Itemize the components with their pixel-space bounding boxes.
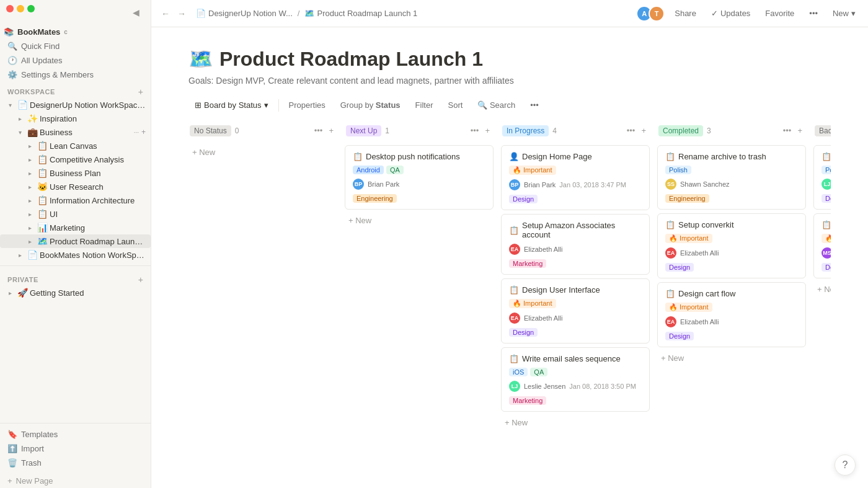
card-c5[interactable]: 📋 Write email sales sequenceiOSQALJLesli… [501, 347, 650, 412]
add-new-button-next-up[interactable]: + New [345, 213, 494, 228]
new-page-label: New Page [16, 476, 53, 486]
new-button[interactable]: New ▾ [828, 6, 861, 20]
column-status-badge-next-up: Next Up [346, 125, 381, 136]
card-title-c2: 👤 Design Home Page [509, 152, 642, 161]
sidebar-item-templates[interactable]: 🔖 Templates [0, 427, 151, 441]
column-add-button-next-up[interactable]: + [482, 125, 492, 136]
board-column-in-progress: In Progress4•••+👤 Design Home Page🔥 Impo… [501, 122, 650, 430]
business-actions: ··· [134, 129, 139, 136]
breadcrumb-item-product-roadmap[interactable]: 🗺️ Product Roadmap Launch 1 [302, 7, 420, 19]
column-status-badge-completed: Completed [658, 125, 703, 136]
sidebar-item-product-roadmap[interactable]: ▸ 🗺️ Product Roadmap Launch 1 [0, 234, 151, 248]
competitive-analysis-label: Competitive Analysis [50, 155, 146, 164]
more-toolbar-button[interactable]: ••• [525, 98, 544, 112]
sidebar-item-inspiration[interactable]: ▸ ✨ Inspiration [0, 112, 151, 125]
share-button[interactable]: Share [670, 6, 701, 20]
card-tag-c6: Polish [665, 166, 691, 174]
sidebar-item-user-research[interactable]: ▸ 🐱 User Research [0, 180, 151, 193]
board-view-chevron-icon: ▾ [264, 100, 268, 110]
workspace-name[interactable]: 📚 BookMates c [0, 25, 151, 39]
card-bottom-tag-c10: Design [822, 263, 831, 272]
card-c3[interactable]: 📋 Setup Amazon Associates accountEAEliza… [501, 214, 650, 275]
topbar-nav: ← → [159, 6, 188, 21]
sort-button[interactable]: Sort [443, 98, 467, 112]
favorite-button[interactable]: Favorite [760, 6, 799, 20]
updates-button[interactable]: ✓ Updates [706, 6, 755, 20]
trash-label: Trash [21, 458, 42, 468]
collapse-sidebar-button[interactable]: ◀ [130, 5, 142, 20]
more-button[interactable]: ••• [804, 6, 823, 20]
card-title-c4: 📋 Design User Interface [509, 285, 642, 295]
sidebar-item-business[interactable]: ▾ 💼 Business ··· + [0, 125, 151, 139]
card-icon-c2: 👤 [509, 152, 519, 161]
sidebar-item-business-plan[interactable]: ▸ 📋 Business Plan [0, 166, 151, 180]
board-view-button[interactable]: ⊞ Board by Status ▾ [190, 98, 273, 112]
card-c6[interactable]: 📋 Rename archive to trashPolishSSShawn S… [657, 145, 806, 210]
card-tag-c10: 🔥 Important [822, 234, 831, 243]
sidebar-item-settings[interactable]: ⚙️ Settings & Members [0, 68, 151, 82]
business-plan-icon: 📋 [37, 168, 47, 178]
sidebar-item-import[interactable]: ⬆️ Import [0, 441, 151, 456]
templates-icon: 🔖 [7, 430, 17, 439]
sidebar-item-lean-canvas[interactable]: ▸ 📋 Lean Canvas [0, 139, 151, 153]
marketing-icon: 📊 [37, 223, 47, 233]
designerup-icon: 📄 [17, 100, 27, 110]
add-business-page-button[interactable]: + [141, 128, 146, 136]
column-more-button-next-up[interactable]: ••• [468, 125, 482, 136]
card-bottom-tag-c7: Design [665, 263, 694, 272]
card-c10[interactable]: 📋 Button blue hover color🔥 ImportantBugM… [813, 213, 831, 278]
add-workspace-page-button[interactable]: + [138, 87, 143, 97]
sidebar-item-designerup[interactable]: ▾ 📄 DesignerUp Notion WorkSpace Template [0, 98, 151, 112]
column-add-button-in-progress[interactable]: + [639, 125, 649, 136]
column-more-button-no-status[interactable]: ••• [312, 125, 326, 136]
add-new-button-completed[interactable]: + New [657, 351, 806, 365]
info-arch-label: Information Architecture [50, 196, 146, 205]
workspace-section-label: WORKSPACE + [0, 82, 151, 98]
breadcrumb-item-designerup[interactable]: 📄 DesignerUp Notion W... [193, 7, 295, 19]
card-c8[interactable]: 📋 Design cart flow🔥 ImportantEAElizabeth… [657, 282, 806, 347]
add-new-button-backlog[interactable]: + New [813, 282, 831, 296]
group-by-button[interactable]: Group by Status [335, 98, 405, 112]
board-icon: ⊞ [195, 100, 202, 110]
add-new-button-no-status[interactable]: + New [188, 145, 337, 159]
column-header-in-progress: In Progress4•••+ [501, 122, 650, 139]
quick-find-icon: 🔍 [7, 42, 17, 51]
sidebar-item-quick-find[interactable]: 🔍 Quick Find [0, 39, 151, 53]
card-c9[interactable]: 📋 Add avatarsPolishLJLeslie JensenDesign [813, 145, 831, 210]
chevron-right-icon-ia: ▸ [25, 197, 35, 204]
column-more-button-completed[interactable]: ••• [781, 125, 794, 136]
column-header-no-status: No Status0•••+ [188, 122, 337, 139]
chevron-right-icon-gs: ▸ [5, 290, 15, 296]
filter-button[interactable]: Filter [410, 98, 438, 112]
card-c7[interactable]: 📋 Setup converkit🔥 ImportantEAElizabeth … [657, 213, 806, 278]
back-button[interactable]: ← [159, 6, 172, 21]
competitive-analysis-icon: 📋 [37, 154, 47, 164]
new-page-button[interactable]: + New Page [0, 474, 151, 488]
sidebar-item-bookmates-workspace[interactable]: ▸ 📄 BookMates Notion WorkSpace [0, 248, 151, 262]
add-new-button-in-progress[interactable]: + New [501, 415, 650, 430]
topbar-actions: A T Share ✓ Updates Favorite ••• New ▾ [636, 6, 861, 22]
sidebar-item-marketing[interactable]: ▸ 📊 Marketing [0, 221, 151, 234]
forward-button[interactable]: → [175, 6, 188, 21]
traffic-lights: ◀ [0, 0, 151, 25]
column-more-button-in-progress[interactable]: ••• [624, 125, 638, 136]
traffic-light-green [27, 5, 35, 12]
column-add-button-no-status[interactable]: + [326, 125, 336, 136]
search-button[interactable]: 🔍 Search [472, 98, 520, 112]
sidebar-item-ui[interactable]: ▸ 📋 UI [0, 207, 151, 221]
card-assignee-c3: Elizabeth Alli [524, 246, 562, 253]
card-c1[interactable]: 📋 Desktop push notificationsAndroidQABPB… [345, 145, 494, 210]
sidebar-item-trash[interactable]: 🗑️ Trash [0, 456, 151, 470]
card-c2[interactable]: 👤 Design Home Page🔥 ImportantBPBrian Par… [501, 145, 650, 210]
column-add-button-completed[interactable]: + [795, 125, 805, 136]
sidebar-item-getting-started[interactable]: ▸ 🚀 Getting Started [0, 286, 151, 299]
card-bottom-tags-c8: Design [665, 332, 798, 340]
add-private-page-button[interactable]: + [138, 275, 143, 285]
help-button[interactable]: ? [835, 455, 856, 476]
sidebar-item-info-arch[interactable]: ▸ 📋 Information Architecture [0, 193, 151, 207]
sidebar-item-all-updates[interactable]: 🕐 All Updates [0, 53, 151, 68]
sidebar-item-competitive-analysis[interactable]: ▸ 📋 Competitive Analysis [0, 153, 151, 166]
plus-icon: + [7, 476, 12, 486]
card-c4[interactable]: 📋 Design User Interface🔥 ImportantEAEliz… [501, 278, 650, 344]
properties-button[interactable]: Properties [284, 98, 330, 112]
